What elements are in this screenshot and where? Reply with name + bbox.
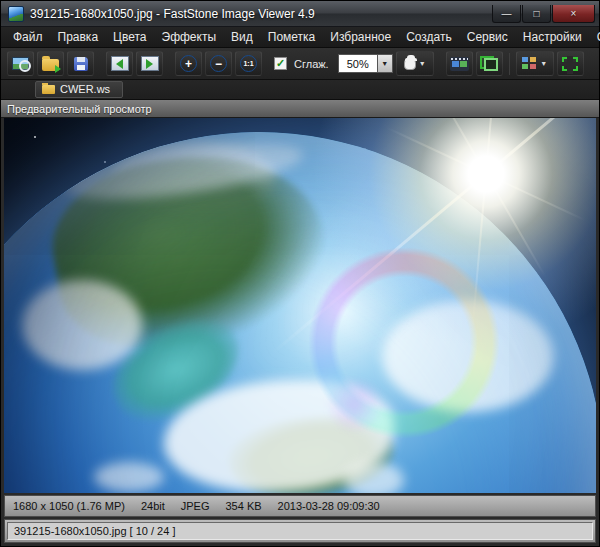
fullscreen-button[interactable] (557, 51, 584, 76)
open-folder-icon (42, 59, 59, 71)
menu-file[interactable]: Файл (6, 28, 50, 46)
toolbar-separator (509, 53, 510, 75)
zoom-out-button[interactable]: − (205, 51, 232, 76)
status-dimensions: 1680 x 1050 (1.76 MP) (13, 500, 125, 512)
zoom-dropdown-arrow-icon[interactable]: ▼ (378, 54, 393, 73)
save-icon (74, 57, 88, 71)
smoothing-checkbox[interactable]: ✓ (274, 57, 287, 70)
image-viewport[interactable] (4, 118, 596, 493)
browser-button[interactable] (7, 51, 34, 76)
folder-label: CWER.ws (60, 83, 110, 95)
zoom-level-select[interactable]: 50% ▼ (338, 54, 393, 73)
menu-help[interactable]: Справка (590, 28, 600, 46)
status-timestamp: 2013-03-28 09:09:30 (278, 500, 380, 512)
status-file-size: 354 KB (226, 500, 262, 512)
lens-flare-spot (326, 376, 384, 434)
menu-edit[interactable]: Правка (51, 28, 106, 46)
prev-arrow-icon (111, 56, 129, 71)
menu-create[interactable]: Создать (399, 28, 459, 46)
zoom-in-icon: + (180, 55, 197, 72)
title-bar[interactable]: 391215-1680x1050.jpg - FastStone Image V… (1, 1, 599, 27)
menu-effects[interactable]: Эффекты (155, 28, 224, 46)
zoom-in-button[interactable]: + (175, 51, 202, 76)
filmstrip-icon (450, 57, 469, 71)
actual-size-button[interactable]: 1:1 (235, 51, 262, 76)
menu-settings[interactable]: Настройки (516, 28, 589, 46)
hand-tool-icon (404, 57, 416, 70)
tools-grid-icon (522, 57, 537, 70)
menu-bar: Файл Правка Цвета Эффекты Вид Пометка Из… (1, 27, 599, 48)
prev-image-button[interactable] (106, 51, 133, 76)
window-title: 391215-1680x1050.jpg - FastStone Image V… (30, 7, 485, 21)
menu-colors[interactable]: Цвета (106, 28, 153, 46)
window-controls: — □ × (491, 5, 595, 23)
status-bar: 1680 x 1050 (1.76 MP) 24bit JPEG 354 KB … (4, 495, 596, 517)
maximize-button[interactable]: □ (522, 5, 551, 23)
preview-header-label: Предварительный просмотр (7, 103, 152, 115)
current-folder-tab[interactable]: CWER.ws (35, 81, 123, 98)
preview-panel-header: Предварительный просмотр (1, 100, 599, 118)
compare-images-button[interactable] (476, 51, 503, 76)
save-as-button[interactable] (67, 51, 94, 76)
open-file-button[interactable] (37, 51, 64, 76)
menu-favorites[interactable]: Избранное (323, 28, 398, 46)
zoom-out-icon: − (210, 55, 227, 72)
file-bar: 391215-1680x1050.jpg [ 10 / 24 ] (4, 519, 596, 543)
compare-icon (480, 56, 498, 71)
tools-dropdown-arrow-icon: ▼ (540, 60, 547, 67)
file-name-field: 391215-1680x1050.jpg [ 10 / 24 ] (7, 522, 593, 540)
path-bar: CWER.ws (1, 80, 599, 100)
slideshow-button[interactable] (446, 51, 473, 76)
hand-dropdown-arrow-icon: ▼ (419, 60, 426, 67)
stars (34, 136, 36, 138)
next-image-button[interactable] (136, 51, 163, 76)
next-arrow-icon (141, 56, 159, 71)
zoom-level-value: 50% (338, 54, 378, 73)
hand-tool-button[interactable]: ▼ (396, 51, 434, 76)
status-format: JPEG (181, 500, 210, 512)
app-icon (8, 6, 24, 22)
minimize-button[interactable]: — (492, 5, 521, 23)
external-tools-button[interactable]: ▼ (516, 51, 554, 76)
lens-flare-ring (294, 233, 514, 453)
status-bit-depth: 24bit (141, 500, 165, 512)
app-window: 391215-1680x1050.jpg - FastStone Image V… (0, 0, 600, 547)
close-button[interactable]: × (552, 5, 595, 23)
actual-size-icon: 1:1 (240, 55, 257, 72)
image-browser-icon (12, 57, 29, 70)
smoothing-label: Сглаж. (294, 58, 329, 70)
menu-tools[interactable]: Сервис (460, 28, 515, 46)
folder-icon (42, 85, 55, 94)
menu-tag[interactable]: Пометка (261, 28, 323, 46)
fullscreen-icon (562, 57, 578, 71)
toolbar: + − 1:1 ✓ Сглаж. 50% ▼ ▼ ▼ (1, 48, 599, 80)
menu-view[interactable]: Вид (224, 28, 260, 46)
